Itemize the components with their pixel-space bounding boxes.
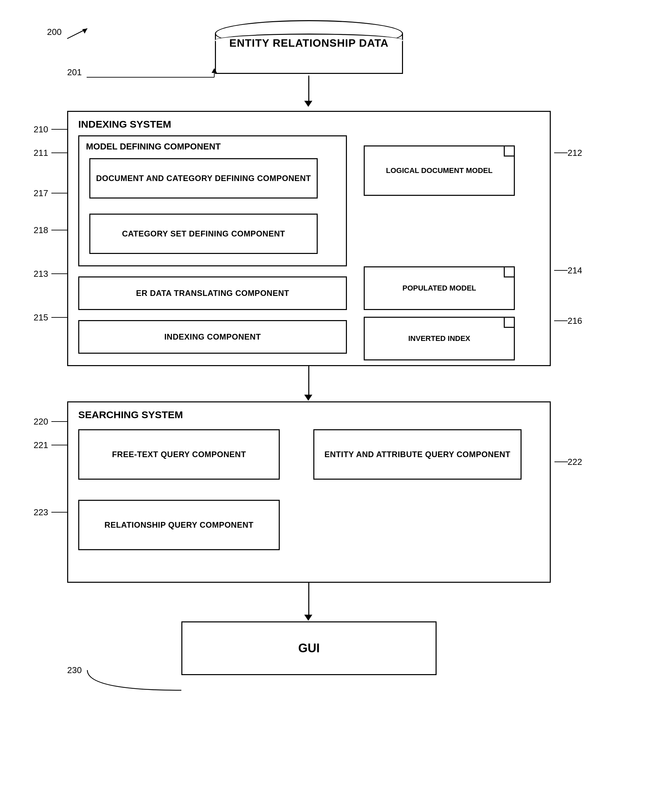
populated-model-label: POPULATED MODEL bbox=[365, 283, 514, 293]
arrow-220 bbox=[50, 418, 70, 425]
indexing-component-box: INDEXING COMPONENT bbox=[78, 320, 347, 354]
populated-model-box: POPULATED MODEL bbox=[364, 266, 515, 310]
entity-relationship-data: ENTITY RELATIONSHIP DATA bbox=[215, 20, 403, 81]
arrow-212 bbox=[552, 149, 569, 156]
arrow-searching-gui bbox=[304, 615, 312, 621]
ref-217: 217 bbox=[34, 188, 48, 198]
doc-category-label: DOCUMENT AND CATEGORY DEFINING COMPONENT bbox=[96, 173, 311, 183]
diagram-container: 200 ENTITY RELATIONSHIP DATA 201 INDEXIN… bbox=[0, 0, 672, 790]
free-text-box: FREE-TEXT QUERY COMPONENT bbox=[78, 429, 280, 480]
populated-model-wrapper: POPULATED MODEL bbox=[364, 266, 515, 310]
arrow-218 bbox=[50, 227, 70, 233]
arrow-db-indexing bbox=[304, 101, 312, 107]
ref-223: 223 bbox=[34, 507, 48, 518]
ref-218: 218 bbox=[34, 225, 48, 235]
er-translating-label: ER DATA TRANSLATING COMPONENT bbox=[136, 288, 289, 298]
connector-db-to-indexing bbox=[308, 75, 309, 102]
ref-212: 212 bbox=[568, 148, 582, 158]
indexing-system-label: INDEXING SYSTEM bbox=[78, 118, 171, 130]
logical-doc-model-wrapper: LOGICAL DOCUMENT MODEL bbox=[364, 146, 515, 196]
searching-system-box: SEARCHING SYSTEM FREE-TEXT QUERY COMPONE… bbox=[67, 401, 551, 583]
entity-attribute-box: ENTITY AND ATTRIBUTE QUERY COMPONENT bbox=[313, 429, 522, 480]
arrow-201 bbox=[83, 66, 218, 82]
ref-214: 214 bbox=[568, 265, 582, 276]
connector-searching-to-gui bbox=[308, 583, 309, 616]
connector-indexing-to-searching bbox=[308, 366, 309, 397]
relationship-query-label: RELATIONSHIP QUERY COMPONENT bbox=[104, 520, 254, 530]
model-defining-label: MODEL DEFINING COMPONENT bbox=[86, 141, 221, 152]
ref-213: 213 bbox=[34, 269, 48, 279]
svg-marker-4 bbox=[211, 68, 217, 73]
arrow-210 bbox=[50, 126, 70, 133]
arrow-214 bbox=[552, 267, 569, 274]
ref-222: 222 bbox=[568, 457, 582, 467]
indexing-system-box: INDEXING SYSTEM MODEL DEFINING COMPONENT… bbox=[67, 111, 551, 366]
arrow-213 bbox=[50, 270, 70, 277]
ref-201: 201 bbox=[67, 67, 82, 78]
fold-corner-2 bbox=[504, 267, 514, 277]
ref-220: 220 bbox=[34, 416, 48, 427]
fold-corner-1 bbox=[504, 146, 514, 157]
model-defining-box: MODEL DEFINING COMPONENT DOCUMENT AND CA… bbox=[78, 135, 347, 266]
inverted-index-box: INVERTED INDEX bbox=[364, 317, 515, 360]
er-translating-box: ER DATA TRANSLATING COMPONENT bbox=[78, 277, 347, 310]
arrow-215 bbox=[50, 314, 70, 321]
ref-200: 200 bbox=[47, 27, 61, 37]
inverted-index-label: INVERTED INDEX bbox=[365, 334, 514, 344]
indexing-component-label: INDEXING COMPONENT bbox=[164, 331, 261, 342]
arrow-200 bbox=[64, 25, 91, 42]
free-text-label: FREE-TEXT QUERY COMPONENT bbox=[112, 449, 246, 459]
searching-system-label: SEARCHING SYSTEM bbox=[78, 409, 183, 421]
arrow-222 bbox=[553, 459, 570, 465]
gui-box: GUI bbox=[181, 621, 437, 675]
arrow-211 bbox=[50, 149, 70, 156]
ref-210: 210 bbox=[34, 124, 48, 135]
category-set-box: CATEGORY SET DEFINING COMPONENT bbox=[89, 214, 318, 254]
fold-corner-3 bbox=[504, 318, 514, 328]
arrow-217 bbox=[50, 190, 70, 197]
arrow-223 bbox=[50, 509, 70, 516]
logical-doc-model-label: LOGICAL DOCUMENT MODEL bbox=[365, 166, 514, 176]
arrow-221 bbox=[50, 442, 70, 448]
arrow-indexing-searching bbox=[304, 395, 312, 401]
arrow-230 bbox=[84, 667, 185, 694]
ref-230: 230 bbox=[67, 665, 82, 675]
entity-attribute-label: ENTITY AND ATTRIBUTE QUERY COMPONENT bbox=[325, 449, 510, 459]
ref-221: 221 bbox=[34, 440, 48, 450]
doc-category-box: DOCUMENT AND CATEGORY DEFINING COMPONENT bbox=[89, 158, 318, 198]
ref-216: 216 bbox=[568, 316, 582, 326]
ref-215: 215 bbox=[34, 312, 48, 323]
logical-doc-model-box: LOGICAL DOCUMENT MODEL bbox=[364, 146, 515, 196]
ref-211: 211 bbox=[34, 148, 48, 158]
inverted-index-wrapper: INVERTED INDEX bbox=[364, 317, 515, 360]
gui-label: GUI bbox=[298, 641, 320, 655]
category-set-label: CATEGORY SET DEFINING COMPONENT bbox=[122, 229, 285, 239]
relationship-query-box: RELATIONSHIP QUERY COMPONENT bbox=[78, 500, 280, 550]
arrow-216 bbox=[552, 317, 569, 324]
db-label: ENTITY RELATIONSHIP DATA bbox=[215, 37, 403, 50]
